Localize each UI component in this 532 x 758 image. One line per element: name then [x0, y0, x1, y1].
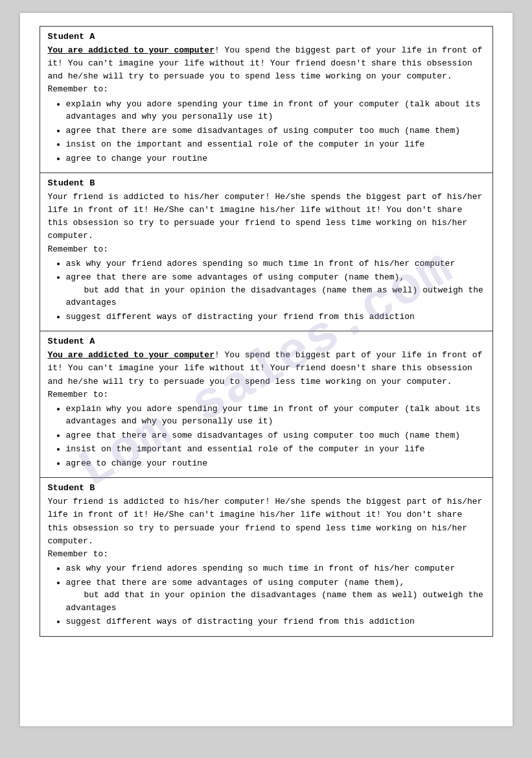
bullet-list-a1: explain why you adore spending your time… [66, 98, 485, 165]
remember-a1: Remember to: [48, 84, 109, 94]
remember-a2: Remember to: [48, 390, 109, 399]
list-item: agree that there are some advantages of … [66, 271, 485, 309]
section-student-a-2: Student A You are addicted to your compu… [40, 331, 493, 478]
page: Lom sales.com Student A You are addicted… [20, 13, 513, 726]
section-body-a2: You are addicted to your computer! You s… [48, 349, 485, 469]
bullet-list-b1: ask why your friend adores spending so m… [66, 257, 485, 324]
list-item: ask why your friend adores spending so m… [66, 562, 485, 575]
remember-b1: Remember to: [48, 244, 109, 254]
section-student-b-1: Student B Your friend is addicted to his… [40, 173, 493, 331]
list-item: agree that there are some disadvantages … [66, 429, 485, 442]
remember-b2: Remember to: [48, 549, 109, 559]
list-item-continuation: but add that in your opinion the disadva… [66, 285, 483, 308]
list-item: suggest different ways of distracting yo… [66, 615, 485, 628]
section-body-b2: Your friend is addicted to his/her compu… [48, 495, 485, 628]
section-title-b2: Student B [48, 483, 485, 493]
list-item: explain why you adore spending your time… [66, 98, 485, 123]
bullet-list-a2: explain why you adore spending your time… [66, 403, 485, 470]
section-body-b1: Your friend is addicted to his/her compu… [48, 191, 485, 323]
section-title-a1: Student A [48, 32, 485, 41]
list-item: agree to change your routine [66, 457, 485, 470]
list-item: insist on the important and essential ro… [66, 443, 485, 456]
bold-text-a1: You are addicted to your computer [48, 45, 214, 55]
section-student-b-2: Student B Your friend is addicted to his… [40, 478, 493, 636]
list-item: agree that there are some disadvantages … [66, 124, 485, 137]
list-item: ask why your friend adores spending so m… [66, 257, 485, 270]
section-title-b1: Student B [48, 178, 485, 188]
section-body-a1: You are addicted to your computer! You s… [48, 44, 485, 165]
list-item-continuation: but add that in your opinion the disadva… [66, 590, 483, 613]
list-item: suggest different ways of distracting yo… [66, 311, 485, 324]
bold-text-a2: You are addicted to your computer [48, 350, 214, 360]
list-item: insist on the important and essential ro… [66, 138, 485, 151]
section-title-a2: Student A [48, 337, 485, 346]
bullet-list-b2: ask why your friend adores spending so m… [66, 562, 485, 628]
list-item: agree to change your routine [66, 152, 485, 165]
section-student-a-1: Student A You are addicted to your compu… [40, 26, 493, 173]
list-item: explain why you adore spending your time… [66, 403, 485, 428]
list-item: agree that there are some advantages of … [66, 576, 485, 615]
